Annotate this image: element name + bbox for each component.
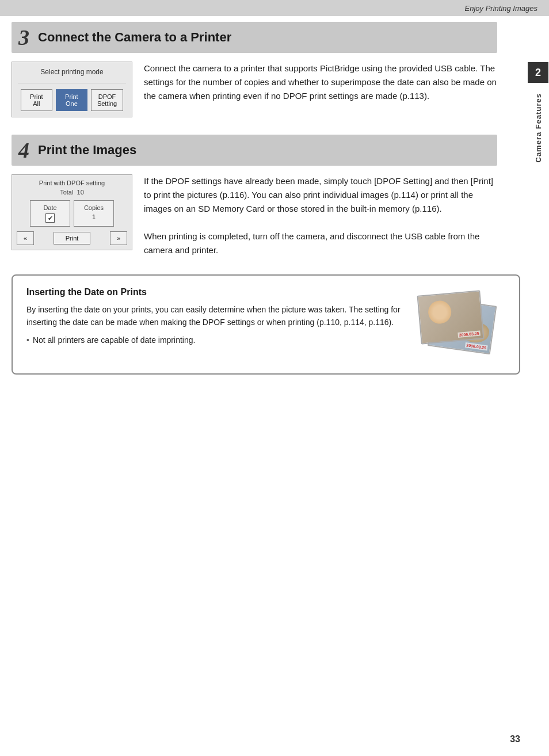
nav-right-button[interactable]: » — [110, 231, 127, 245]
step3-section: 3 Connect the Camera to a Printer Select… — [12, 22, 497, 117]
step3-header: 3 Connect the Camera to a Printer — [12, 22, 497, 53]
step4-number: 4 — [18, 139, 29, 161]
face-shape — [427, 300, 452, 324]
header-title: Enjoy Printing Images — [465, 4, 537, 13]
step4-section: 4 Print the Images Print with DPOF setti… — [12, 135, 497, 257]
copies-cell: Copies 1 — [74, 200, 114, 227]
note-title: Inserting the Date on Prints — [26, 287, 402, 297]
step4-body: Print with DPOF setting Total 10 Date ✔ … — [12, 174, 497, 257]
step4-para2: When printing is completed, turn off the… — [144, 230, 497, 257]
photo-card-front: 2006.03.25 — [417, 290, 485, 344]
main-content: 3 Connect the Camera to a Printer Select… — [12, 22, 520, 257]
note-bullet: Not all printers are capable of date imp… — [26, 334, 402, 346]
date-cell: Date ✔ — [30, 200, 70, 227]
print-button[interactable]: Print — [54, 232, 91, 245]
photo-date-front: 2006.03.25 — [458, 331, 481, 338]
copies-label: Copies — [80, 204, 108, 211]
note-content: Inserting the Date on Prints By insertin… — [26, 287, 402, 346]
step4-header: 4 Print the Images — [12, 135, 497, 166]
step4-title: Print the Images — [38, 143, 136, 158]
page-header: Enjoy Printing Images — [0, 0, 549, 16]
step4-para1: If the DPOF settings have already been m… — [144, 174, 497, 216]
step4-bottom-controls: « Print » — [17, 231, 127, 245]
step4-grid: Date ✔ Copies 1 — [17, 200, 127, 227]
step3-number: 3 — [18, 26, 29, 48]
date-label: Date — [36, 204, 64, 211]
page-number: 33 — [510, 734, 520, 744]
note-body: By inserting the date on your prints, yo… — [26, 303, 402, 329]
step3-screen: Select printing mode PrintAll PrintOne D… — [12, 62, 132, 117]
step4-text: If the DPOF settings have already been m… — [144, 174, 497, 257]
print-one-button[interactable]: PrintOne — [56, 89, 87, 111]
photo-date-back: 2006.03.25 — [465, 342, 488, 350]
checkbox-icon: ✔ — [45, 213, 55, 223]
step3-screen-buttons: PrintAll PrintOne DPOFSetting — [18, 89, 126, 111]
print-all-button[interactable]: PrintAll — [21, 89, 52, 111]
step4-screen-title: Print with DPOF setting — [17, 180, 127, 186]
copies-value: 1 — [80, 213, 108, 220]
step3-title: Connect the Camera to a Printer — [38, 30, 231, 45]
step3-body: Select printing mode PrintAll PrintOne D… — [12, 62, 497, 117]
date-checkbox[interactable]: ✔ — [36, 213, 64, 223]
step3-screen-title: Select printing mode — [18, 68, 126, 76]
step4-screen-total: Total 10 — [17, 189, 127, 196]
chapter-label: Camera Features — [534, 93, 543, 163]
dpof-setting-button[interactable]: DPOFSetting — [91, 89, 123, 111]
chapter-number: 2 — [528, 62, 548, 83]
total-label: Total — [60, 189, 73, 196]
photos-collage: 2006.03.25 2006.03.25 — [413, 293, 505, 362]
nav-left-button[interactable]: « — [17, 231, 34, 245]
total-value: 10 — [77, 189, 84, 196]
chapter-sidebar: 2 Camera Features — [527, 16, 549, 304]
step3-text: Connect the camera to a printer that sup… — [144, 62, 497, 103]
step4-screen: Print with DPOF setting Total 10 Date ✔ … — [12, 174, 132, 250]
note-box: Inserting the Date on Prints By insertin… — [12, 274, 520, 375]
